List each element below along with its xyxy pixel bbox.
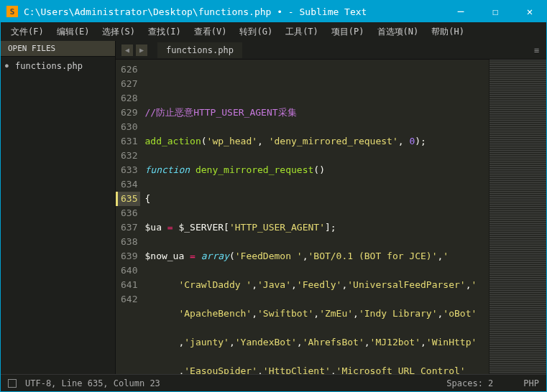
code-area[interactable]: //防止恶意HTTP_USER_AGENT采集 add_action('wp_h… <box>144 60 489 374</box>
menu-select[interactable]: 选择(S) <box>98 24 139 39</box>
status-lang[interactable]: PHP <box>523 378 539 388</box>
tab-prev-icon[interactable]: ◀ <box>121 45 133 56</box>
menu-prefs[interactable]: 首选项(N) <box>373 24 423 39</box>
maximize-button[interactable]: ☐ <box>484 4 506 19</box>
menu-view[interactable]: 查看(V) <box>190 24 231 39</box>
menu-tools[interactable]: 工具(T) <box>281 24 323 39</box>
statusbar: UTF-8, Line 635, Column 23 Spaces: 2 PHP <box>1 374 546 391</box>
status-spaces[interactable]: Spaces: 2 <box>446 378 493 388</box>
titlebar: S C:\Users\Administrator\Desktop\functio… <box>1 1 546 22</box>
sidebar-header: OPEN FILES <box>1 41 115 57</box>
editor[interactable]: 626 627 628 629 630 631 632 633 634 635 … <box>116 60 546 374</box>
window-title: C:\Users\Administrator\Desktop\functions… <box>24 6 450 17</box>
tab-functions[interactable]: functions.php <box>157 42 242 58</box>
menu-help[interactable]: 帮助(H) <box>427 24 469 39</box>
menu-edit[interactable]: 编辑(E) <box>52 24 94 39</box>
menu-project[interactable]: 项目(P) <box>327 24 369 39</box>
minimap[interactable] <box>489 60 546 374</box>
status-icon[interactable] <box>8 379 17 388</box>
menu-file[interactable]: 文件(F) <box>6 24 48 39</box>
app-icon: S <box>6 6 18 17</box>
tab-menu-icon[interactable]: ≡ <box>534 45 539 55</box>
close-button[interactable]: ✕ <box>519 4 541 19</box>
menu-find[interactable]: 查找(I) <box>144 24 185 39</box>
menu-goto[interactable]: 转到(G) <box>235 24 277 39</box>
sidebar: OPEN FILES functions.php <box>1 41 116 374</box>
line-gutter: 626 627 628 629 630 631 632 633 634 635 … <box>116 60 144 374</box>
minimize-button[interactable]: ─ <box>450 4 472 19</box>
open-file-item[interactable]: functions.php <box>1 57 115 75</box>
tabbar: ◀ ▶ functions.php ≡ <box>116 41 546 60</box>
status-encoding[interactable]: UTF-8, Line 635, Column 23 <box>25 378 160 388</box>
tab-next-icon[interactable]: ▶ <box>136 45 147 56</box>
menubar: 文件(F) 编辑(E) 选择(S) 查找(I) 查看(V) 转到(G) 工具(T… <box>1 22 546 41</box>
